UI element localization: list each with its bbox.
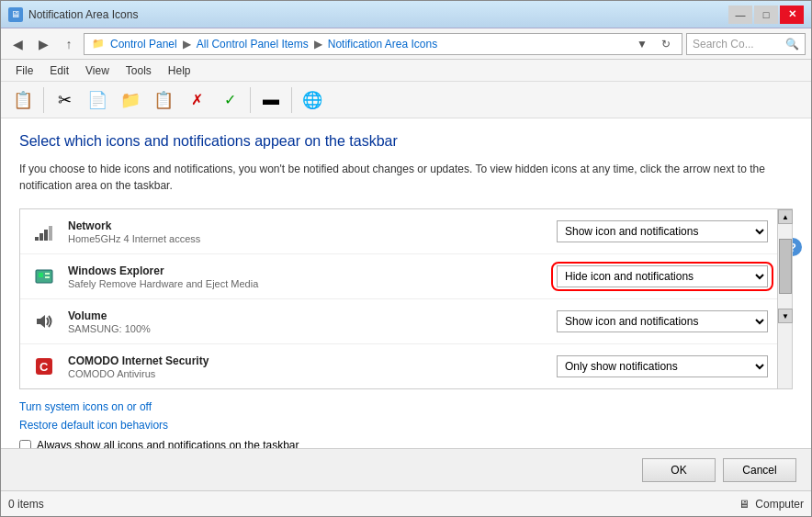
breadcrumb-notification[interactable]: Notification Area Icons xyxy=(328,38,437,51)
menu-bar: File Edit View Tools Help xyxy=(1,60,811,82)
up-button[interactable]: ↑ xyxy=(58,33,80,55)
scrollbar-thumb[interactable] xyxy=(779,239,792,294)
network-name: Network xyxy=(68,219,557,232)
menu-help[interactable]: Help xyxy=(161,62,198,79)
comodo-behavior-select[interactable]: Show icon and notifications Hide icon an… xyxy=(557,355,768,377)
address-refresh-button[interactable]: ↻ xyxy=(656,34,676,54)
tb-separator-2 xyxy=(250,87,251,113)
tb-icon-cut[interactable]: ✂ xyxy=(50,85,79,115)
breadcrumb-sep-1: ▶ xyxy=(183,38,191,51)
window-title: Notification Area Icons xyxy=(28,8,138,21)
network-behavior-select[interactable]: Show icon and notifications Hide icon an… xyxy=(557,220,768,242)
close-button[interactable]: ✕ xyxy=(780,6,804,24)
volume-select-input[interactable]: Show icon and notifications Hide icon an… xyxy=(557,310,768,332)
menu-edit[interactable]: Edit xyxy=(42,62,76,79)
windows-explorer-behavior-select[interactable]: Show icon and notifications Hide icon an… xyxy=(557,265,768,287)
nav-bar: ◀ ▶ ↑ 📁 Control Panel ▶ All Control Pane… xyxy=(1,28,811,60)
svg-rect-1 xyxy=(39,233,43,241)
tb-icon-bar[interactable]: ▬ xyxy=(256,85,286,115)
comodo-select-input[interactable]: Show icon and notifications Hide icon an… xyxy=(557,355,768,377)
always-show-checkbox[interactable] xyxy=(19,440,31,449)
network-select-input[interactable]: Show icon and notifications Hide icon an… xyxy=(557,220,768,242)
tb-icon-copy[interactable]: 📄 xyxy=(83,85,112,115)
network-info: Network Home5GHz 4 Internet access xyxy=(68,219,557,244)
volume-name: Volume xyxy=(68,309,557,322)
comodo-info: COMODO Internet Security COMODO Antiviru… xyxy=(68,354,557,379)
svg-rect-7 xyxy=(45,276,50,278)
tb-icon-check[interactable]: ✓ xyxy=(215,85,244,115)
title-bar: 🖥 Notification Area Icons — □ ✕ xyxy=(1,1,811,28)
turn-on-link[interactable]: Turn system icons on or off xyxy=(19,400,152,413)
restore-link-row: Restore default icon behaviors xyxy=(19,419,793,432)
comodo-desc: COMODO Antivirus xyxy=(68,368,557,379)
cancel-button[interactable]: Cancel xyxy=(723,458,796,482)
computer-label: Computer xyxy=(755,498,804,511)
breadcrumb-all-items[interactable]: All Control Panel Items xyxy=(197,38,309,51)
folder-icon: 📁 xyxy=(90,36,107,52)
breadcrumb-sep-2: ▶ xyxy=(314,38,322,51)
window: 🖥 Notification Area Icons — □ ✕ ◀ ▶ ↑ 📁 … xyxy=(0,0,812,517)
address-bar: 📁 Control Panel ▶ All Control Panel Item… xyxy=(84,33,682,55)
scrollbar-up-button[interactable]: ▲ xyxy=(778,209,793,224)
status-bar: 0 items 🖥 Computer xyxy=(1,490,811,516)
scrollbar[interactable]: ▲ ▼ xyxy=(777,209,792,388)
icons-table-container: Network Home5GHz 4 Internet access Show … xyxy=(19,208,793,389)
address-dropdown-button[interactable]: ▼ xyxy=(632,34,652,54)
checkbox-row: Always show all icons and notifications … xyxy=(19,439,793,448)
menu-file[interactable]: File xyxy=(8,62,40,79)
windows-explorer-icon xyxy=(29,262,59,291)
menu-view[interactable]: View xyxy=(78,62,117,79)
windows-explorer-info: Windows Explorer Safely Remove Hardware … xyxy=(68,264,557,289)
page-title: Select which icons and notifications app… xyxy=(19,133,793,150)
toolbar: 📋 ✂ 📄 📁 📋 ✗ ✓ ▬ 🌐 xyxy=(1,82,811,118)
tb-icon-paste[interactable]: 📋 xyxy=(149,85,178,115)
main-content: ? Select which icons and notifications a… xyxy=(1,118,811,448)
network-icon xyxy=(29,217,59,246)
tb-icon-web[interactable]: 🌐 xyxy=(298,85,327,115)
svg-rect-4 xyxy=(36,270,52,283)
volume-desc: SAMSUNG: 100% xyxy=(68,323,557,334)
status-items-count: 0 items xyxy=(8,498,44,511)
table-row: Network Home5GHz 4 Internet access Show … xyxy=(20,209,777,254)
forward-button[interactable]: ▶ xyxy=(32,33,54,55)
tb-icon-folder[interactable]: 📋 xyxy=(8,85,38,115)
search-placeholder: Search Co... xyxy=(693,38,754,51)
checkbox-label: Always show all icons and notifications … xyxy=(37,439,299,448)
search-box[interactable]: Search Co... 🔍 xyxy=(686,33,806,55)
scrollbar-down-button[interactable]: ▼ xyxy=(778,309,793,323)
svg-marker-8 xyxy=(37,315,45,328)
icons-list: Network Home5GHz 4 Internet access Show … xyxy=(20,209,777,388)
volume-behavior-select[interactable]: Show icon and notifications Hide icon an… xyxy=(557,310,768,332)
tb-separator-1 xyxy=(43,87,44,113)
windows-explorer-name: Windows Explorer xyxy=(68,264,557,277)
window-icon: 🖥 xyxy=(8,7,23,22)
svg-rect-6 xyxy=(45,273,50,275)
computer-icon: 🖥 xyxy=(739,498,750,511)
turn-on-link-row: Turn system icons on or off xyxy=(19,400,793,413)
windows-explorer-desc: Safely Remove Hardware and Eject Media xyxy=(68,278,557,289)
tb-icon-paste-folder[interactable]: 📁 xyxy=(116,85,145,115)
minimize-button[interactable]: — xyxy=(728,6,752,24)
comodo-name: COMODO Internet Security xyxy=(68,354,557,367)
ok-button[interactable]: OK xyxy=(642,458,716,482)
back-button[interactable]: ◀ xyxy=(6,33,28,55)
footer: OK Cancel xyxy=(1,448,811,490)
description: If you choose to hide icons and notifica… xyxy=(19,161,793,194)
svg-text:C: C xyxy=(39,360,49,374)
tb-icon-delete[interactable]: ✗ xyxy=(182,85,211,115)
restore-link[interactable]: Restore default icon behaviors xyxy=(19,419,168,432)
svg-rect-0 xyxy=(35,237,39,241)
maximize-button[interactable]: □ xyxy=(754,6,778,24)
svg-rect-3 xyxy=(49,226,52,241)
table-row: Windows Explorer Safely Remove Hardware … xyxy=(20,254,777,299)
tb-separator-3 xyxy=(291,87,292,113)
window-controls: — □ ✕ xyxy=(728,6,804,24)
windows-explorer-select-input[interactable]: Show icon and notifications Hide icon an… xyxy=(557,265,768,287)
menu-tools[interactable]: Tools xyxy=(118,62,159,79)
breadcrumb-control-panel[interactable]: Control Panel xyxy=(110,38,177,51)
svg-rect-5 xyxy=(39,273,43,277)
volume-icon xyxy=(29,307,59,336)
comodo-icon: C xyxy=(29,352,59,381)
table-row: C COMODO Internet Security COMODO Antivi… xyxy=(20,344,777,388)
search-icon: 🔍 xyxy=(785,38,799,51)
